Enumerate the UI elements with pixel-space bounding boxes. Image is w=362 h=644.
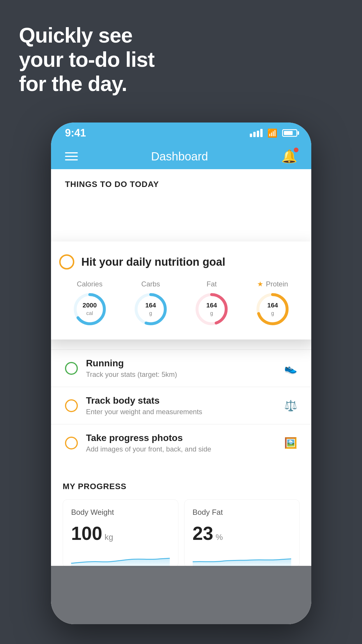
hamburger-menu[interactable] — [65, 152, 78, 160]
body-fat-number: 23 — [193, 523, 213, 544]
status-bar: 9:41 📶 — [51, 123, 311, 144]
body-fat-card[interactable]: Body Fat 23 % — [184, 499, 300, 568]
body-weight-value: 100 kg — [71, 523, 170, 544]
calories-label: Calories — [77, 280, 103, 288]
fat-circle: 164g — [194, 292, 229, 327]
protein-label: ★ Protein — [257, 280, 288, 288]
nutrition-fat: Fat 164g — [194, 280, 229, 327]
body-stats-circle — [65, 399, 78, 412]
bell-button[interactable]: 🔔 — [281, 149, 297, 164]
scale-icon: ⚖️ — [284, 400, 297, 412]
battery-icon — [282, 129, 297, 137]
card-circle-indicator — [59, 254, 74, 270]
nav-bar: Dashboard 🔔 — [51, 144, 311, 169]
phone-content: THINGS TO DO TODAY Hit your daily nutrit… — [51, 169, 311, 624]
shoe-icon: 👟 — [284, 362, 297, 374]
carbs-circle: 164g — [133, 292, 168, 327]
todo-item-photos[interactable]: Take progress photos Add images of your … — [51, 424, 311, 461]
todo-item-body-stats[interactable]: Track body stats Enter your weight and m… — [51, 387, 311, 424]
body-weight-unit: kg — [105, 533, 113, 542]
body-stats-name: Track body stats — [86, 395, 276, 406]
nutrition-circles: Calories 2000cal Carbs — [59, 280, 303, 327]
body-weight-card[interactable]: Body Weight 100 kg — [63, 499, 178, 568]
wifi-icon: 📶 — [267, 128, 277, 138]
signal-icon — [250, 129, 263, 137]
body-weight-number: 100 — [71, 523, 102, 544]
things-title: THINGS TO DO TODAY — [65, 180, 159, 189]
nutrition-carbs: Carbs 164g — [133, 280, 168, 327]
nav-title: Dashboard — [151, 150, 208, 163]
progress-section: MY PROGRESS Body Weight 100 kg — [51, 470, 311, 568]
status-icons: 📶 — [250, 128, 297, 138]
headline-line1: Quickly see — [19, 23, 154, 48]
headline-line3: for the day. — [19, 72, 154, 96]
body-weight-chart — [71, 550, 170, 568]
body-stats-desc: Enter your weight and measurements — [86, 408, 276, 416]
carbs-label: Carbs — [141, 280, 160, 288]
running-name: Running — [86, 358, 276, 369]
nutrition-protein: ★ Protein 164g — [255, 280, 290, 327]
photos-desc: Add images of your front, back, and side — [86, 445, 276, 453]
calories-circle: 2000cal — [72, 292, 107, 327]
nutrition-card: Hit your daily nutrition goal Calories 2… — [51, 242, 311, 340]
photos-name: Take progress photos — [86, 433, 276, 443]
todo-list: Running Track your stats (target: 5km) 👟… — [51, 349, 311, 461]
notification-dot — [294, 148, 298, 152]
card-title: Hit your daily nutrition goal — [81, 256, 225, 268]
headline: Quickly see your to-do list for the day. — [19, 23, 154, 96]
star-icon: ★ — [257, 280, 263, 288]
progress-title: MY PROGRESS — [63, 482, 300, 491]
running-content: Running Track your stats (target: 5km) — [86, 358, 276, 379]
phone-frame: 9:41 📶 Dashboard 🔔 — [51, 123, 311, 624]
card-header: Hit your daily nutrition goal — [59, 254, 303, 270]
photos-content: Take progress photos Add images of your … — [86, 433, 276, 453]
fat-label: Fat — [207, 280, 217, 288]
protein-circle: 164g — [255, 292, 290, 327]
running-circle — [65, 362, 78, 375]
nutrition-calories: Calories 2000cal — [72, 280, 107, 327]
status-time: 9:41 — [65, 127, 86, 139]
body-fat-value: 23 % — [193, 523, 291, 544]
body-stats-content: Track body stats Enter your weight and m… — [86, 395, 276, 416]
todo-item-running[interactable]: Running Track your stats (target: 5km) 👟 — [51, 349, 311, 387]
dark-overlay — [51, 566, 311, 624]
body-weight-title: Body Weight — [71, 508, 170, 517]
headline-line2: your to-do list — [19, 48, 154, 72]
progress-cards: Body Weight 100 kg — [63, 499, 300, 568]
running-desc: Track your stats (target: 5km) — [86, 370, 276, 379]
photos-circle — [65, 437, 78, 449]
body-fat-chart — [193, 550, 291, 568]
things-header: THINGS TO DO TODAY — [51, 169, 311, 195]
body-fat-unit: % — [216, 533, 223, 542]
person-icon: 🖼️ — [284, 437, 297, 449]
body-fat-title: Body Fat — [193, 508, 291, 517]
